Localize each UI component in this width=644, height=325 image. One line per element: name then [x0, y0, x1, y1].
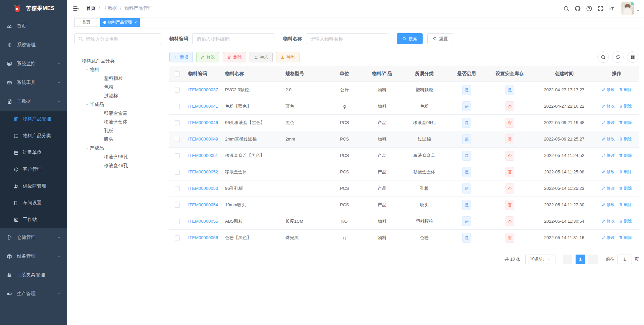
tree-node[interactable]: 孔板	[74, 126, 161, 135]
page-number[interactable]: 1	[576, 255, 585, 264]
sidebar-item[interactable]: 系统管理	[0, 36, 67, 54]
row-checkbox[interactable]	[175, 203, 180, 208]
edit-link[interactable]: 修改	[602, 218, 615, 224]
code-field[interactable]	[197, 34, 270, 44]
toolbar-button[interactable]: 删除	[223, 52, 246, 62]
tree-node[interactable]: 移液盒盒盖	[74, 109, 161, 118]
delete-link[interactable]: 删除	[619, 103, 632, 109]
breadcrumb-item[interactable]: 主数据	[103, 5, 117, 11]
material-code-link[interactable]: ITEM00000046	[188, 120, 218, 125]
tree-caret-icon[interactable]	[84, 147, 90, 150]
goto-page-input[interactable]	[617, 255, 632, 264]
toolbar-button[interactable]: 新增	[169, 52, 193, 62]
delete-link[interactable]: 删除	[619, 87, 632, 93]
sidebar-subitem[interactable]: 工作站	[0, 211, 67, 228]
material-code-link[interactable]: ITEM00000037	[188, 87, 218, 92]
name-field[interactable]	[310, 34, 384, 44]
tree-node[interactable]: 移液盒96孔	[74, 153, 161, 161]
sidebar-item[interactable]: 仓储管理	[0, 228, 67, 247]
edit-link[interactable]: 修改	[602, 136, 615, 142]
sidebar-subitem[interactable]: 车间设置	[0, 195, 67, 211]
table-tool-button[interactable]	[627, 51, 638, 63]
question-icon[interactable]	[583, 2, 595, 15]
delete-link[interactable]: 删除	[619, 136, 632, 142]
sidebar-item[interactable]: 生产管理	[0, 284, 67, 303]
row-checkbox[interactable]	[175, 186, 180, 191]
material-code-link[interactable]: ITEM00000052	[188, 169, 218, 174]
tree-node[interactable]: 半成品	[74, 100, 161, 109]
search-button[interactable]: 搜索	[397, 33, 423, 44]
prev-page-button[interactable]	[563, 255, 572, 264]
row-checkbox[interactable]	[175, 235, 180, 240]
sidebar-subitem[interactable]: 物料产品分类	[0, 127, 67, 144]
edit-link[interactable]: 修改	[602, 235, 615, 240]
row-checkbox[interactable]	[175, 170, 180, 175]
tree-node[interactable]: 产成品	[74, 144, 161, 153]
sidebar-subitem[interactable]: 计量单位	[0, 144, 67, 161]
sidebar-item[interactable]: 系统工具	[0, 73, 67, 92]
table-tool-button[interactable]	[612, 51, 624, 63]
tree-caret-icon[interactable]	[76, 59, 82, 63]
breadcrumb-item[interactable]: 首页	[86, 5, 96, 11]
material-code-link[interactable]: ITEM00000055	[188, 219, 218, 224]
tree-node[interactable]: 色粉	[74, 83, 161, 92]
material-code-link[interactable]: ITEM00000056	[188, 235, 218, 240]
edit-link[interactable]: 修改	[602, 87, 615, 93]
sidebar-item[interactable]: 工装夹具管理	[0, 266, 67, 284]
sidebar-subitem[interactable]: 客户管理	[0, 161, 67, 178]
tab[interactable]: 物料产品管理 ×	[100, 18, 140, 27]
row-checkbox[interactable]	[175, 104, 180, 109]
select-all-checkbox[interactable]	[175, 71, 180, 76]
avatar[interactable]	[621, 2, 634, 15]
tree-node[interactable]: 物料及产品分类	[74, 57, 161, 65]
next-page-button[interactable]	[588, 255, 598, 264]
app-logo[interactable]: K 苦糖果MES	[0, 0, 67, 17]
row-checkbox[interactable]	[175, 137, 180, 142]
row-checkbox[interactable]	[175, 153, 180, 158]
page-size-select[interactable]: 10条/页	[525, 255, 555, 264]
delete-link[interactable]: 删除	[619, 202, 632, 208]
sidebar-item[interactable]: 主数据	[0, 92, 67, 111]
edit-link[interactable]: 修改	[602, 153, 615, 158]
tree-node[interactable]: 移液盒48孔	[74, 161, 161, 170]
material-code-link[interactable]: ITEM00000053	[188, 186, 218, 191]
material-code-link[interactable]: ITEM00000054	[188, 202, 218, 207]
tree-caret-icon[interactable]	[84, 103, 90, 107]
caret-down-icon[interactable]	[636, 9, 640, 13]
row-checkbox[interactable]	[175, 88, 180, 93]
delete-link[interactable]: 删除	[619, 185, 632, 191]
edit-link[interactable]: 修改	[602, 202, 615, 208]
sidebar-item[interactable]: 设备管理	[0, 247, 67, 266]
fullscreen-icon[interactable]	[595, 2, 606, 15]
delete-link[interactable]: 删除	[619, 169, 632, 175]
row-checkbox[interactable]	[175, 120, 180, 125]
tab[interactable]: 首页 ×	[74, 18, 98, 27]
reset-button[interactable]: 重置	[427, 33, 453, 44]
category-search-input[interactable]	[86, 36, 157, 42]
table-tool-button[interactable]	[597, 51, 609, 63]
tree-node[interactable]: 物料	[74, 65, 161, 74]
row-checkbox[interactable]	[175, 219, 180, 224]
tree-node[interactable]: 移液盒盒体	[74, 118, 161, 126]
edit-link[interactable]: 修改	[602, 185, 615, 191]
toolbar-button[interactable]: 导入	[250, 52, 273, 62]
sidebar-subitem[interactable]: 物料产品管理	[0, 111, 67, 127]
sidebar-item[interactable]: 系统监控	[0, 54, 67, 73]
tree-node[interactable]: 过滤棉	[74, 92, 161, 100]
tree-caret-icon[interactable]	[84, 68, 90, 72]
delete-link[interactable]: 删除	[619, 235, 632, 240]
sidebar-fold-icon[interactable]	[67, 5, 84, 12]
material-code-link[interactable]: ITEM00000049	[188, 137, 218, 142]
tree-node[interactable]: 吸头	[74, 135, 161, 144]
edit-link[interactable]: 修改	[602, 169, 615, 175]
edit-link[interactable]: 修改	[602, 120, 615, 125]
edit-link[interactable]: 修改	[602, 103, 615, 109]
breadcrumb-item[interactable]: 物料产品管理	[124, 5, 153, 11]
github-icon[interactable]	[572, 2, 583, 15]
tree-node[interactable]: 塑料颗粒	[74, 74, 161, 83]
sidebar-item[interactable]: 首页	[0, 17, 67, 36]
toolbar-button[interactable]: 导出	[276, 52, 300, 62]
search-icon[interactable]	[560, 2, 572, 15]
delete-link[interactable]: 删除	[619, 153, 632, 158]
tab-close-icon[interactable]: ×	[135, 20, 137, 24]
